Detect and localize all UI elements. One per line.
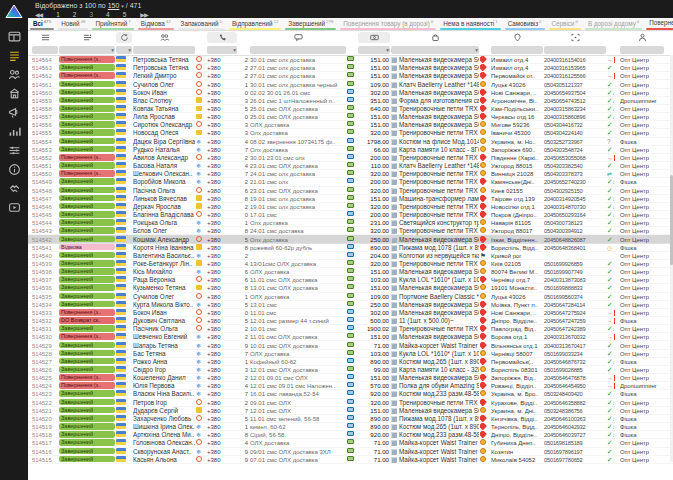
table-row[interactable]: 514515ЗавершенийКасьян Альона+380907.01 … [28,456,673,464]
order-comment[interactable]: 16.01 смс лаванда,52-54 [250,390,346,398]
client-phone[interactable]: +380 [207,64,237,72]
client-phone[interactable]: +380 [207,407,237,415]
status-badge[interactable]: Повернення (з.. [59,170,115,178]
order-comment[interactable]: 13/01смс ОЛХ доставка [250,260,346,268]
client-phone[interactable]: +380 [207,276,237,284]
client-name[interactable]: Влас Слотюу [133,97,195,105]
delivery-place[interactable]: Моївка, Пункт п.. [491,301,543,309]
client-name[interactable]: Воробйов Микола [133,178,195,186]
order-comment[interactable]: 27.01 смс олх доставка [250,72,346,80]
tab-запакований[interactable]: Запакований1 [176,18,227,30]
status-badge[interactable]: Завершений [59,431,115,439]
tab-повернен[interactable]: Повернен [644,18,673,30]
table-row[interactable]: 514545ЗавершенийБлагінна Владіслава+3800… [28,211,673,219]
delivery-place[interactable]: Запоріжжя, Від.. [491,374,543,382]
delivery-place[interactable]: Луцьк 43026 [491,81,543,89]
products-icon[interactable] [391,32,479,43]
tracking-number[interactable]: 20450654743512 [544,97,606,105]
product-cell[interactable]: Пижама мод.1078 (1шт. х 890.0.. [391,415,479,423]
tracking-number[interactable]: 20450647247259 [544,317,606,325]
status-badge[interactable]: Завершений [59,97,115,105]
filter-tracking[interactable] [544,46,606,54]
filter-status[interactable]: ▾ [59,46,115,54]
table-row[interactable]: 514532DO Возврат ск..Дукович Світлана+38… [28,317,673,325]
tab-нема-в-наявності[interactable]: Нема в наявності1 [438,18,502,30]
status-badge[interactable]: Повернення (з.. [59,333,115,341]
table-row[interactable]: 514554ЗавершенийДацюк Віра Сергіївна❄+38… [28,138,673,146]
table-row[interactable]: 514535ЗавершенийСучилов Олег+3801ОЛХ дос… [28,293,673,301]
client-phone[interactable]: +380 [207,325,237,333]
table-row[interactable]: 514563ЗавершенийПетровська Тетяна+380227… [28,64,673,72]
product-cell[interactable]: Костюм мод.233 разм.48-58 (1.. [391,390,479,398]
client-name[interactable]: Раца Вероніка [133,276,195,284]
product-cell[interactable]: Тренировочные петли TRX Train.. [391,187,479,195]
delivery-place[interactable]: Ужгород 88015 [491,162,543,170]
tracking-number[interactable]: 20450650293164 [544,211,606,219]
table-row[interactable]: 514537ЗавершенийРаца Вероніка+380611.01 … [28,276,673,284]
product-cell[interactable]: Карта памяти 10 класс - 32Гб *1.. [391,366,479,374]
delivery-place[interactable]: Агрономічне, Ві.. [491,97,543,105]
delivery-place[interactable]: Измаил отд.4 [491,64,543,72]
tab-в-дорозі-додому[interactable]: В дорозі додому0 [583,18,644,30]
tracking-number[interactable]: 0501699028885 [544,366,606,374]
tracking-number[interactable]: 20450646042932 [544,423,606,431]
order-comment[interactable]: 17.01 смс [250,211,346,219]
tracking-number[interactable] [544,252,606,260]
client-phone[interactable]: +380 [207,366,237,374]
status-badge[interactable]: Завершений [59,293,115,301]
sidebar-clients-icon[interactable] [4,65,24,84]
table-row[interactable]: 514531ЗавершенийПасічник Ольга+380210.01… [28,325,673,333]
status-badge[interactable]: Завершений [59,456,115,464]
client-phone[interactable]: +380 [207,252,237,260]
table-row[interactable]: 514544ЗавершенийРокіцька Ольга❄+3801Олх … [28,219,673,227]
status-badge[interactable]: Завершений [59,350,115,358]
order-comment[interactable]: Олх доставка [250,219,346,227]
order-comment[interactable]: 09/01 смс ОЛХ доставка 3ХЛ [250,448,346,456]
table-row[interactable]: 514525Повернення (з..Кошеленко Данил❄+38… [28,374,673,382]
tracking-number[interactable]: 20400314920545 [544,195,606,203]
filter-product[interactable]: ▾ [391,46,479,54]
product-cell[interactable]: Тренировочные петли TRX Train.. [391,129,479,137]
client-phone[interactable]: +380 [207,81,237,89]
status-badge[interactable]: Завершений [59,81,115,89]
order-comment[interactable]: 30.01 смс олх доставка [250,56,346,64]
table-row[interactable]: 514541ВідмоваКоротя Ніна Іванівна+3808ро… [28,244,673,252]
tracking-number[interactable]: 20450646039727 [544,431,606,439]
delivery-place[interactable]: Нові Санжари, .. [491,89,543,97]
client-phone[interactable]: +380 [207,439,237,447]
product-cell[interactable]: Колготки из нервущейся ткани .. [391,252,479,260]
product-cell[interactable]: Маленькая видеокамера SQ8 *.. [391,56,479,64]
tracking-number[interactable]: 20450646454950 [544,382,606,390]
filter-id[interactable] [32,46,58,54]
product-cell[interactable]: Костюм на флисе Мод.1014 (1ш.. [391,138,479,146]
tracking-number[interactable]: 20400316125566 [544,72,606,80]
tracking-number[interactable]: 0503248386756 [544,407,606,415]
filter-dropdown-icon[interactable]: ▾ [233,46,236,54]
product-cell[interactable]: Маленькая видеокамера SQ8 *.. [391,301,479,309]
order-comment[interactable]: 27.01 смс олх доставка [250,64,346,72]
client-name[interactable]: Юлія Первова [133,382,195,390]
order-comment[interactable]: 08.02 звернення 10734175 фі.. [250,138,346,146]
table-row[interactable]: 514551ЗавершенийБасова Наталя❄+380423.01… [28,162,673,170]
tab-новий[interactable]: Новий48 [56,18,90,30]
table-row[interactable]: 514519ЗавершенийШишкіна Ірина Олек..❄+38… [28,423,673,431]
product-cell[interactable]: Маленькая видеокамера SQ8 *.. [391,333,479,341]
product-cell[interactable]: Тренировочные петли TRX Train.. [391,325,479,333]
delivery-place[interactable]: Мигове 59236 [491,121,543,129]
client-name[interactable]: Ковпак Татьяна [133,105,195,113]
delivery-place[interactable]: Киев 02155 [491,187,543,195]
product-cell[interactable]: Маленькая видеокамера SQ8 *.. [391,64,479,72]
filter-dropdown-icon[interactable]: ▾ [111,46,114,54]
table-row[interactable]: 514546ЗавершенийДеркач Ярослав+380219.01… [28,203,673,211]
client-name[interactable]: Сучилов Олег [133,81,195,89]
tracking-number[interactable]: 0501699560374 [544,293,606,301]
client-name[interactable]: Сучилов Олег [133,293,195,301]
delivery-place[interactable]: Чернівці 58007 [491,350,543,358]
delivery-place[interactable]: 80074 Великі М.. [491,268,543,276]
sidebar-orders-icon[interactable] [4,46,24,65]
client-phone[interactable]: +380 [207,317,237,325]
tracking-icon[interactable] [544,32,606,43]
filter-name[interactable] [133,46,195,54]
status-badge[interactable]: Повернення (з.. [59,56,115,64]
client-phone[interactable]: +380 [207,390,237,398]
